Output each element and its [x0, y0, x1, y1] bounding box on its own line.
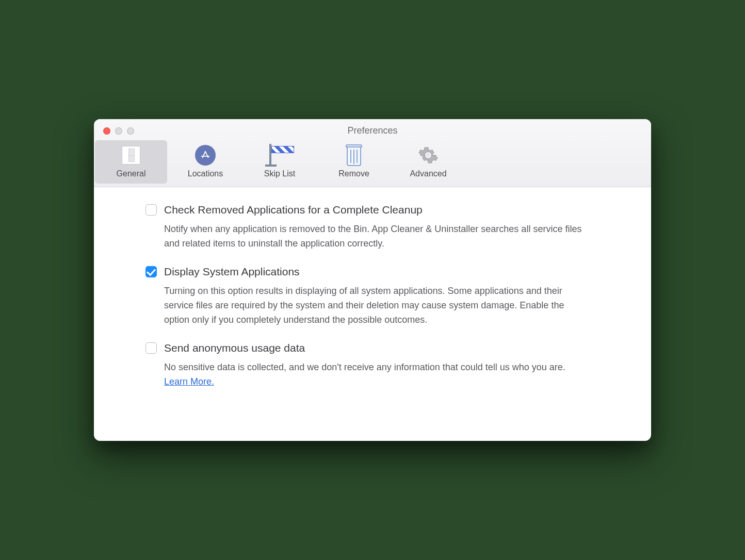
tab-remove[interactable]: Remove [318, 140, 390, 184]
switch-icon [122, 146, 140, 164]
svg-point-0 [426, 153, 431, 158]
tab-label: Skip List [264, 169, 295, 178]
checkbox-anonymous-usage[interactable] [145, 342, 157, 354]
tab-skip-list[interactable]: Skip List [244, 140, 316, 184]
option-description: Notify when any application is removed t… [164, 222, 587, 251]
tab-label: Remove [338, 169, 369, 178]
minimize-window-button[interactable] [115, 127, 122, 135]
preferences-window: Preferences General Locations [94, 119, 651, 441]
desc-text: No sensitive data is collected, and we d… [164, 362, 565, 372]
appstore-icon [195, 145, 216, 166]
general-pane: Check Removed Applications for a Complet… [94, 187, 651, 441]
trash-icon [345, 144, 363, 166]
option-description: Turning on this option results in displa… [164, 284, 587, 327]
titlebar: Preferences General Locations [94, 119, 651, 187]
tab-locations[interactable]: Locations [169, 140, 241, 184]
gear-icon [418, 145, 439, 166]
window-title: Preferences [102, 125, 643, 136]
checkbox-complete-cleanup[interactable] [145, 204, 157, 216]
option-title: Display System Applications [164, 265, 300, 279]
checkbox-display-system-apps[interactable] [145, 266, 157, 277]
flag-icon [265, 144, 294, 167]
tab-advanced[interactable]: Advanced [392, 140, 464, 184]
tab-general[interactable]: General [95, 140, 167, 184]
learn-more-link[interactable]: Learn More. [164, 376, 214, 387]
tab-label: Locations [188, 169, 223, 178]
option-title: Send anonymous usage data [164, 341, 305, 355]
preferences-toolbar: General Locations Skip List [94, 138, 651, 187]
maximize-window-button[interactable] [127, 127, 134, 135]
tab-label: General [117, 169, 146, 178]
window-controls [103, 127, 134, 135]
tab-label: Advanced [410, 169, 446, 178]
close-window-button[interactable] [103, 127, 110, 135]
option-title: Check Removed Applications for a Complet… [164, 203, 423, 217]
option-description: No sensitive data is collected, and we d… [164, 360, 587, 389]
